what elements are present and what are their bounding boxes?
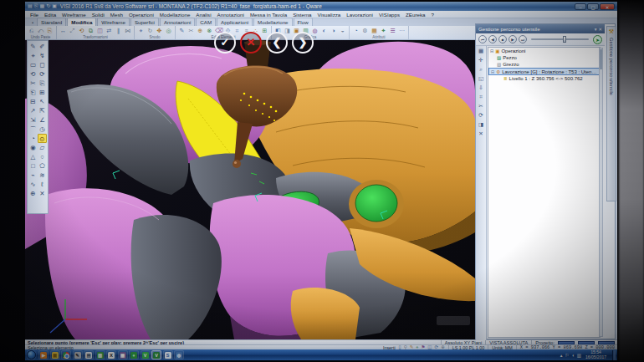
sim-step-back-button[interactable]: ◀ — [488, 35, 497, 43]
quick-access-icon-3[interactable]: ▦ — [39, 3, 44, 9]
slider-thumb[interactable] — [563, 36, 566, 43]
toolbar-icon-attributi-4[interactable]: ✦ — [380, 27, 387, 34]
menu-zeureka[interactable]: ZEureka — [406, 12, 425, 18]
toolbar-icon-edita-elementi-3[interactable]: ⊕ — [197, 27, 204, 34]
left-tool-icon-26[interactable]: ○ — [38, 152, 47, 161]
left-tool-icon-20[interactable]: ◷ — [38, 125, 47, 134]
left-tool-icon-34[interactable]: ✕ — [38, 189, 47, 198]
panel-strip-icon-8[interactable]: ⟳ — [478, 112, 483, 119]
maximize-button[interactable]: ▢ — [587, 3, 599, 10]
menu-file[interactable]: File — [30, 12, 38, 18]
tab-modifica[interactable]: Modifica — [67, 18, 96, 26]
menu-visualizza[interactable]: Visualizza — [318, 12, 341, 18]
tree-item-level[interactable]: ≣ Livello 1 : Z 360.756 <-> 500.762 — [488, 75, 600, 82]
quick-access-icon-4[interactable]: ↻ — [46, 3, 50, 9]
collapse-icon[interactable]: ⊟ — [491, 69, 494, 74]
left-tool-icon-2[interactable]: ✐ — [38, 42, 47, 51]
taskbar-app-image-viewer[interactable]: ▦ — [118, 350, 128, 359]
sim-stop-button[interactable]: ■ — [498, 35, 507, 43]
minimize-button[interactable]: – — [575, 3, 586, 10]
left-tool-icon-18[interactable]: ∠ — [38, 115, 47, 125]
run-button[interactable]: ➤ — [593, 35, 602, 44]
toolbar-icon-trasformazioni-3[interactable]: ⟲ — [78, 27, 85, 34]
toolbar-icon-undo-paste-2[interactable]: ⤺ — [37, 27, 44, 34]
tree-item-operation[interactable]: ⊟ ⚙ Lavorazione [G] : Rotazione : T53 : … — [488, 68, 600, 75]
menu-sistema[interactable]: Sistema — [293, 12, 311, 18]
left-tool-icon-30[interactable]: ≋ — [38, 171, 47, 180]
panel-strip-icon-9[interactable]: ◨ — [478, 121, 483, 128]
panel-strip-icon-1[interactable]: ▦ — [478, 48, 483, 54]
left-tool-icon-31[interactable]: ∿ — [28, 180, 38, 189]
taskbar-app-media-player[interactable]: ▶ — [38, 350, 49, 359]
left-tool-icon-9[interactable]: ✂ — [28, 79, 38, 88]
tree-item-pezzo[interactable]: ▧ Pezzo — [488, 54, 600, 61]
menu-operazioni[interactable]: Operazioni — [129, 12, 154, 18]
toolbar-icon-undo-paste-3[interactable]: ⎘ — [46, 27, 54, 34]
taskbar-app-chrome-browser[interactable] — [61, 350, 71, 359]
toolbar-icon-snodo-2[interactable]: ↻ — [146, 27, 154, 34]
tab-wireframe[interactable]: Wireframe — [97, 18, 130, 26]
toolbar-icon-trasformazioni-4[interactable]: ⧉ — [87, 27, 95, 34]
toolbar-icon-attributi-1[interactable]: ◔ — [352, 27, 360, 34]
toolbar-icon-edita-elementi-1[interactable]: ✎ — [178, 27, 186, 34]
show-desktop-button[interactable] — [612, 350, 616, 360]
left-tool-icon-12[interactable]: ⊞ — [38, 88, 47, 97]
scrollbar-thumb[interactable] — [600, 49, 602, 69]
toolbar-icon-trasformazioni-1[interactable]: ↔ — [59, 27, 67, 34]
left-tool-icon-11[interactable]: ⎗ — [28, 88, 38, 97]
taskbar-app-green-sphere-app[interactable]: ● — [129, 350, 139, 359]
panel-strip-icon-4[interactable]: ◱ — [478, 75, 483, 82]
menu-[interactable]: ? — [431, 12, 433, 18]
left-tool-icon-32[interactable]: ℓ — [38, 180, 47, 189]
left-tool-icon-21[interactable]: ◔ — [28, 134, 38, 143]
sim-first-button[interactable]: ⏮ — [478, 35, 487, 43]
tray-icon-4[interactable]: ▥ — [577, 353, 581, 358]
toolbar-icon-trasformazioni-6[interactable]: ⇄ — [105, 27, 113, 34]
taskbar-app-visi-viewer[interactable]: V — [141, 350, 151, 359]
toolbar-icon-attributi-3[interactable]: ▦ — [371, 27, 378, 34]
toolbar-icon-edita-elementi-4[interactable]: ⊗ — [206, 27, 213, 34]
panel-close-icon[interactable]: ✕ — [598, 27, 602, 32]
left-tool-icon-19[interactable]: ⌒ — [28, 125, 38, 134]
panel-strip-icon-5[interactable]: ⇩ — [478, 84, 483, 91]
next-button[interactable]: ❯ — [292, 32, 314, 54]
taskbar-app-blue-swoosh-app[interactable]: S — [163, 350, 173, 359]
taskbar-clock[interactable]: 15:54 16/05/2017 — [584, 350, 608, 359]
menu-mesh[interactable]: Mesh — [110, 12, 123, 18]
tree-scrollbar[interactable] — [599, 48, 603, 337]
toolbar-icon-snodo-4[interactable]: ◎ — [165, 27, 172, 34]
sim-play-button[interactable]: ▶ — [509, 35, 517, 43]
quick-access-icon-2[interactable]: ⎘ — [34, 3, 38, 9]
toolbar-icon-trasformazioni-5[interactable]: ◫ — [96, 27, 104, 34]
left-tool-icon-5[interactable]: ▭ — [28, 60, 38, 69]
taskbar-app-monitor-app[interactable]: ▥ — [95, 350, 105, 359]
left-tool-icon-24[interactable]: ▱ — [38, 143, 47, 152]
toolbar-icon-trasformazioni-2[interactable]: ⤢ — [69, 27, 76, 34]
left-tool-icon-33[interactable]: ⊕ — [28, 189, 38, 198]
menu-messa-in-tavola[interactable]: Messa in Tavola — [250, 12, 287, 18]
toolbar-icon-attributi-6[interactable]: ⋯ — [398, 27, 406, 34]
menu-annotazioni[interactable]: Annotazioni — [217, 12, 244, 18]
toolbar-icon-undo-paste-1[interactable]: ⎌ — [28, 27, 35, 34]
toolbar-icon-snodo-1[interactable]: ⌖ — [137, 27, 145, 34]
panel-pin-icon[interactable]: ▾ — [595, 27, 597, 32]
left-tool-icon-6[interactable]: ◻ — [38, 60, 47, 69]
tab-standard[interactable]: Standard — [37, 18, 66, 26]
left-tool-icon-23[interactable]: ◉ — [28, 143, 38, 152]
taskbar-app-folder-explorer[interactable]: ▣ — [50, 350, 60, 359]
panel-strip-icon-6[interactable]: ⌗ — [479, 94, 483, 100]
menu-solidi[interactable]: Solidi — [92, 12, 105, 18]
collapse-icon[interactable]: ⊟ — [490, 48, 493, 54]
previous-button[interactable]: ❮ — [266, 32, 288, 54]
panel-strip-icon-3[interactable]: ⌕ — [479, 66, 483, 73]
toolbar-icon-grafica-6[interactable]: ◐ — [320, 27, 328, 34]
simulation-slider[interactable] — [531, 38, 589, 40]
tab-cam[interactable]: CAM — [196, 18, 216, 26]
toolbar-icon-grafica-7[interactable]: ◑ — [330, 27, 337, 34]
tab-annotazioni[interactable]: Annotazioni — [160, 18, 195, 26]
taskbar-app-internet-globe[interactable]: ◍ — [174, 350, 184, 359]
left-tool-icon-7[interactable]: ⟲ — [28, 69, 38, 79]
toolbar-icon-trasformazioni-7[interactable]: ∥ — [115, 27, 122, 34]
3d-viewport[interactable] — [25, 40, 475, 339]
tree-root-operazioni[interactable]: ⊟ ▣ Operazioni — [488, 48, 600, 54]
